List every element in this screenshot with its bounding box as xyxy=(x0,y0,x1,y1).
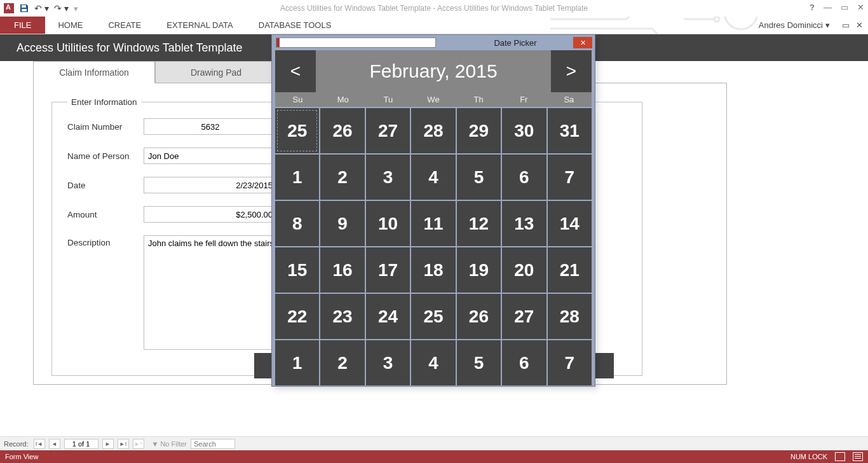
tab-database-tools[interactable]: DATABASE TOOLS xyxy=(246,17,344,34)
record-position[interactable] xyxy=(64,439,98,449)
calendar-day[interactable]: 24 xyxy=(366,294,410,339)
calendar-day[interactable]: 18 xyxy=(411,247,455,293)
record-label: Record: xyxy=(4,440,29,448)
calendar-day[interactable]: 31 xyxy=(548,108,592,153)
dow-header: Sa xyxy=(546,92,592,107)
calendar-day[interactable]: 4 xyxy=(411,340,455,385)
user-menu[interactable]: Andres Dominicci▾ xyxy=(759,17,830,34)
undo-icon[interactable]: ↶ ▾ xyxy=(34,3,49,13)
svg-rect-4 xyxy=(22,5,26,8)
calendar-day[interactable]: 2 xyxy=(320,340,364,385)
window-controls: ? — ▭ ✕ xyxy=(810,3,864,12)
calendar-day[interactable]: 14 xyxy=(548,201,592,246)
prev-month-button[interactable]: < xyxy=(275,50,316,92)
tab-drawing-pad[interactable]: Drawing Pad xyxy=(155,61,277,83)
calendar-day[interactable]: 7 xyxy=(548,340,592,385)
calendar-day[interactable]: 7 xyxy=(548,155,592,200)
calendar-day[interactable]: 1 xyxy=(275,340,319,385)
tab-create[interactable]: CREATE xyxy=(95,17,154,34)
label-date: Date xyxy=(67,181,144,190)
calendar-day[interactable]: 25 xyxy=(411,294,455,339)
calendar-day[interactable]: 5 xyxy=(457,340,501,385)
calendar-day[interactable]: 25 xyxy=(275,108,319,153)
calendar-day[interactable]: 27 xyxy=(502,294,546,339)
quick-access-toolbar: ↶ ▾ ↷ ▾ ▾ Access Utilities for Windows T… xyxy=(0,0,868,17)
tab-claim-information[interactable]: Claim Information xyxy=(33,61,155,83)
restore-icon[interactable]: ▭ xyxy=(841,3,848,12)
calendar-day[interactable]: 10 xyxy=(366,201,410,246)
calendar-day[interactable]: 22 xyxy=(275,294,319,339)
new-record-button[interactable]: ►* xyxy=(133,439,144,449)
tab-external-data[interactable]: EXTERNAL DATA xyxy=(154,17,246,34)
day-of-week-row: SuMoTuWeThFrSa xyxy=(275,92,592,107)
calendar-day[interactable]: 26 xyxy=(457,294,501,339)
close-window-icon[interactable]: ✕ xyxy=(857,3,864,12)
file-tab[interactable]: FILE xyxy=(0,17,45,34)
calendar-day[interactable]: 15 xyxy=(275,247,319,293)
calendar-grid: 2526272829303112345678910111213141516171… xyxy=(275,107,592,385)
calendar-day[interactable]: 6 xyxy=(502,340,546,385)
calendar-day[interactable]: 23 xyxy=(320,294,364,339)
fieldset-legend: Enter Information xyxy=(67,97,141,107)
redo-icon[interactable]: ↷ ▾ xyxy=(54,3,69,13)
calendar-day[interactable]: 26 xyxy=(320,108,364,153)
calendar-day[interactable]: 20 xyxy=(502,247,546,293)
amount-input[interactable] xyxy=(144,206,277,223)
minimize-icon[interactable]: — xyxy=(824,3,832,12)
calendar-day[interactable]: 27 xyxy=(366,108,410,153)
calendar-day[interactable]: 6 xyxy=(502,155,546,200)
calendar-day[interactable]: 28 xyxy=(411,108,455,153)
form-icon xyxy=(276,38,436,48)
calendar-day[interactable]: 8 xyxy=(275,201,319,246)
calendar-day[interactable]: 30 xyxy=(502,108,546,153)
dow-header: We xyxy=(410,92,456,107)
filter-indicator: ▼No Filter xyxy=(152,440,187,448)
next-month-button[interactable]: > xyxy=(551,50,592,92)
label-name: Name of Person xyxy=(67,151,144,161)
calendar-day[interactable]: 16 xyxy=(320,247,364,293)
access-app-icon xyxy=(4,3,14,13)
dow-header: Su xyxy=(275,92,320,107)
filter-icon: ▼ xyxy=(152,440,159,448)
calendar-day[interactable]: 4 xyxy=(411,155,455,200)
last-record-button[interactable]: ►I xyxy=(118,439,129,449)
calendar-day[interactable]: 3 xyxy=(366,340,410,385)
user-name: Andres Dominicci xyxy=(759,20,823,30)
calendar-day[interactable]: 5 xyxy=(457,155,501,200)
status-bar: Form View NUM LOCK xyxy=(0,450,868,463)
window-title: Access Utilities for Windows Tablet Temp… xyxy=(0,4,868,13)
claim-number-input[interactable] xyxy=(144,118,277,135)
calendar-day[interactable]: 28 xyxy=(548,294,592,339)
calendar-day[interactable]: 21 xyxy=(548,247,592,293)
month-label: February, 2015 xyxy=(316,50,551,92)
save-icon[interactable] xyxy=(19,3,29,13)
dow-header: Fr xyxy=(501,92,546,107)
help-icon[interactable]: ? xyxy=(810,3,815,12)
doc-close-icon[interactable]: ✕ xyxy=(856,20,863,30)
datasheet-view-button[interactable] xyxy=(853,452,863,461)
calendar-day[interactable]: 13 xyxy=(502,201,546,246)
form-view-button[interactable] xyxy=(835,452,845,461)
calendar-day[interactable]: 11 xyxy=(411,201,455,246)
calendar-day[interactable]: 9 xyxy=(320,201,364,246)
calendar-day[interactable]: 3 xyxy=(366,155,410,200)
numlock-indicator: NUM LOCK xyxy=(790,453,827,460)
calendar-day[interactable]: 12 xyxy=(457,201,501,246)
calendar-day[interactable]: 17 xyxy=(366,247,410,293)
calendar-day[interactable]: 29 xyxy=(457,108,501,153)
search-input[interactable] xyxy=(191,439,235,449)
svg-rect-5 xyxy=(22,9,27,11)
label-description: Description xyxy=(67,235,144,247)
label-amount: Amount xyxy=(67,210,144,219)
tab-home[interactable]: HOME xyxy=(45,17,95,34)
popup-close-button[interactable]: ✕ xyxy=(573,37,592,48)
calendar-day[interactable]: 19 xyxy=(457,247,501,293)
doc-restore-icon[interactable]: ▭ xyxy=(842,20,850,30)
calendar-day[interactable]: 1 xyxy=(275,155,319,200)
date-input[interactable] xyxy=(144,177,277,193)
dow-header: Th xyxy=(456,92,501,107)
next-record-button[interactable]: ► xyxy=(102,439,114,449)
prev-record-button[interactable]: ◄ xyxy=(49,439,60,449)
first-record-button[interactable]: I◄ xyxy=(34,439,45,449)
calendar-day[interactable]: 2 xyxy=(320,155,364,200)
